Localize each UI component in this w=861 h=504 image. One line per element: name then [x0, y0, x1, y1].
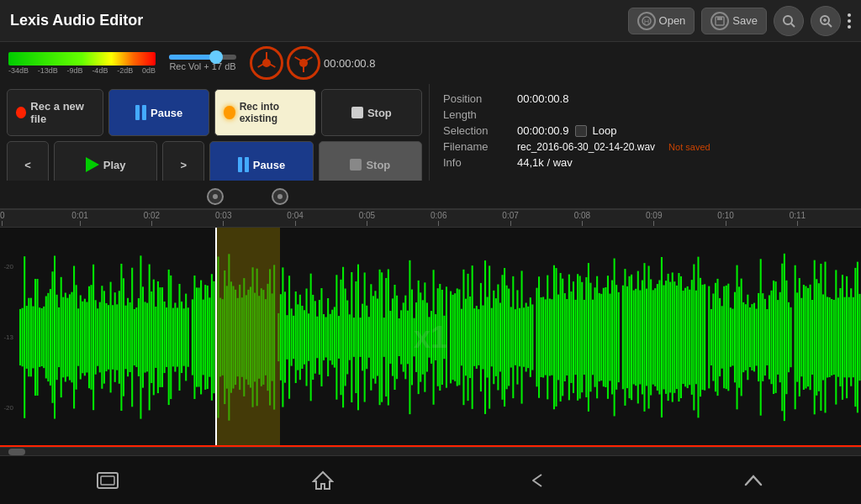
rec-existing-button[interactable]: Rec into existing — [214, 89, 315, 136]
tick-label-10: 0:10 — [717, 211, 733, 220]
info-label: Info — [443, 156, 510, 169]
meter-label-2: -13dB — [38, 66, 58, 75]
position-value: 00:00:00.8 — [517, 92, 568, 105]
reel-spoke-4 — [304, 56, 313, 63]
tick-label-11: 0:11 — [790, 211, 806, 220]
reel-spoke-5 — [303, 62, 304, 72]
info-row: Info 44,1k / wav — [443, 156, 848, 169]
svg-rect-3 — [717, 17, 722, 20]
timeline-tick-5: 0:05 — [359, 211, 375, 226]
marker-left-dot — [213, 194, 218, 199]
tick-label-8: 0:08 — [574, 211, 590, 220]
rec-dot-icon — [16, 107, 26, 118]
timeline-tick-1: 0:01 — [71, 211, 87, 226]
nav-back-button[interactable] — [518, 460, 558, 501]
timeline-tick-0: 0 — [0, 211, 5, 226]
stop-play-icon — [350, 159, 362, 171]
open-button[interactable]: H Open — [628, 8, 695, 34]
tick-line-2 — [151, 221, 152, 226]
nav-home-button[interactable] — [303, 460, 343, 501]
rec-existing-label: Rec into existing — [240, 101, 307, 124]
play-label: Play — [103, 159, 126, 171]
top-controls: -34dB -13dB -9dB -4dB -2dB 0dB Rec Vol +… — [0, 42, 861, 84]
header-actions: H Open Save — [628, 6, 851, 36]
tick-line-5 — [367, 221, 367, 226]
info-panel: Position 00:00:00.8 Length Selection 00:… — [429, 84, 861, 181]
tick-line-3 — [223, 221, 224, 226]
tick-line-4 — [295, 221, 296, 226]
vol-slider-track[interactable] — [169, 55, 236, 60]
loop-container: Loop — [575, 124, 616, 137]
vol-slider-fill — [169, 55, 213, 60]
db-label-top: -20 — [0, 263, 15, 270]
svg-line-5 — [791, 24, 795, 27]
tick-line-9 — [653, 221, 654, 226]
not-saved-badge: Not saved — [668, 142, 710, 152]
position-row: Position 00:00:00.8 — [443, 92, 848, 105]
timeline-tick-11: 0:11 — [790, 211, 806, 226]
marker-left-circle — [207, 188, 224, 205]
loop-checkbox[interactable] — [575, 125, 587, 137]
waveform-scrollbar[interactable] — [0, 447, 861, 455]
level-meter: -34dB -13dB -9dB -4dB -2dB 0dB — [8, 52, 156, 75]
next-label: > — [181, 159, 188, 171]
timeline-tick-8: 0:08 — [574, 211, 590, 226]
reel-container: 00:00:00.8 — [250, 46, 375, 80]
stop-rec-button[interactable]: Stop — [321, 89, 422, 136]
timeline-tick-6: 0:06 — [430, 211, 446, 226]
pause-rec-label: Pause — [151, 107, 182, 119]
markers-row — [0, 181, 861, 209]
meter-label-3: -9dB — [67, 66, 83, 75]
vol-slider-thumb[interactable] — [209, 50, 223, 64]
pause-rec-icon — [135, 105, 146, 120]
waveform-section: 00:010:020:030:040:050:060:070:080:090:1… — [0, 181, 861, 455]
marker-right-dot — [277, 194, 283, 199]
more-dot-3 — [848, 25, 851, 29]
tick-line-0 — [2, 221, 3, 226]
meter-label-4: -4dB — [92, 66, 108, 75]
save-button[interactable]: Save — [701, 8, 767, 34]
scroll-thumb[interactable] — [8, 449, 25, 455]
pause-bar-2 — [142, 105, 146, 120]
stop-play-label: Stop — [366, 159, 390, 171]
pause-play-label: Pause — [253, 159, 285, 171]
waveform-canvas-element — [0, 228, 861, 447]
meter-labels: -34dB -13dB -9dB -4dB -2dB 0dB — [8, 66, 156, 75]
pause-rec-button[interactable]: Pause — [108, 89, 209, 136]
pause-bar-1 — [135, 105, 140, 120]
volume-control[interactable]: Rec Vol + 17 dB — [169, 55, 236, 71]
timeline-tick-10: 0:10 — [717, 211, 733, 226]
zoom-button[interactable] — [811, 6, 841, 36]
marker-right-circle — [272, 188, 288, 205]
marker-left[interactable] — [207, 188, 224, 205]
tick-line-7 — [510, 221, 511, 226]
selection-label: Selection — [443, 124, 510, 137]
marker-right[interactable] — [272, 188, 288, 205]
db-label-bot: -20 — [0, 404, 15, 412]
nav-up-button[interactable] — [733, 460, 774, 501]
tick-line-10 — [726, 221, 726, 226]
stop-rec-label: Stop — [367, 107, 392, 119]
pause-play-icon — [238, 157, 249, 172]
more-menu-button[interactable] — [848, 13, 851, 29]
meter-label-6: 0dB — [142, 66, 156, 75]
rec-new-label: Rec a new file — [30, 100, 94, 125]
meter-label-1: -34dB — [8, 66, 29, 75]
save-label: Save — [732, 14, 758, 27]
app-title: Lexis Audio Editor — [10, 12, 143, 29]
timeline-tick-4: 0:04 — [287, 211, 303, 226]
tick-label-5: 0:05 — [359, 211, 375, 220]
timeline-tick-3: 0:03 — [215, 211, 231, 226]
filename-label: Filename — [443, 140, 510, 153]
search-button[interactable] — [774, 6, 804, 36]
waveform-canvas[interactable]: -20 -13 -20 x1 — [0, 228, 861, 447]
timeline-tick-7: 0:07 — [502, 211, 518, 226]
info-value: 44,1k / wav — [517, 156, 573, 169]
prev-label: < — [24, 159, 31, 171]
tick-line-8 — [582, 221, 583, 226]
filename-value: rec_2016-06-30_02-14-20.wav — [517, 141, 655, 153]
rec-new-button[interactable]: Rec a new file — [7, 89, 103, 136]
timer-display: 00:00:00.8 — [324, 57, 375, 70]
tick-label-4: 0:04 — [287, 211, 303, 220]
nav-recent-button[interactable] — [87, 460, 128, 501]
